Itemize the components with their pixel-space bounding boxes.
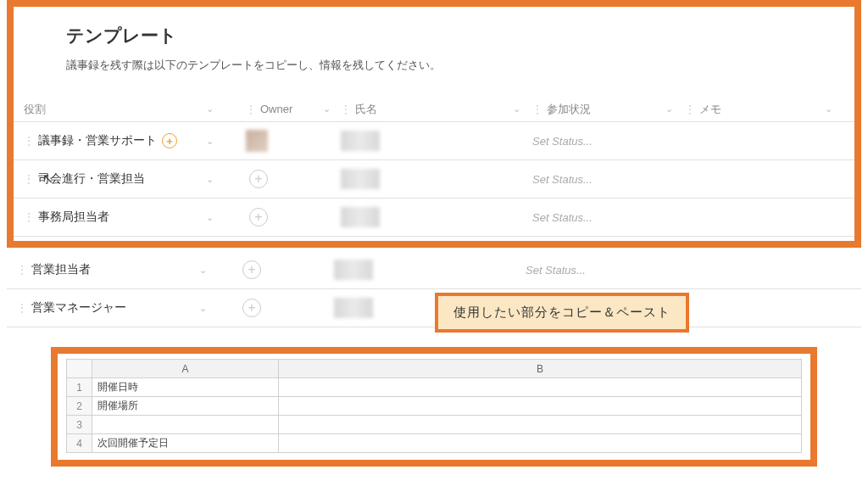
role-cell: 営業担当者 [31, 262, 91, 277]
row-number[interactable]: 2 [67, 397, 92, 416]
drag-handle-icon[interactable]: ⋮ [24, 173, 33, 185]
cell-b3[interactable] [279, 416, 802, 434]
column-header-name-label: 氏名 [355, 102, 377, 117]
header-area: テンプレート 議事録を残す際は以下のテンプレートをコピーし、情報を残してください… [14, 7, 854, 97]
status-cell[interactable]: Set Status... [532, 173, 593, 186]
name-cell[interactable] [341, 207, 380, 227]
role-cell: 司会進行・営業担当 [38, 171, 145, 187]
status-cell[interactable]: Set Status... [526, 264, 586, 277]
template-table-continuation: ⋮ 営業担当者 ⌄ + Set Status... ⋮ 営業マネージャー ⌄ + [7, 251, 861, 327]
role-cell: 議事録・営業サポート [38, 133, 157, 148]
column-header-role[interactable]: 役割 ⌄ [14, 102, 220, 117]
table-row[interactable]: ⋮ 司会進行・営業担当 ⌄ + Set Status... [14, 160, 854, 198]
name-cell[interactable] [341, 169, 380, 189]
add-owner-button[interactable]: + [242, 260, 261, 279]
name-cell[interactable] [341, 131, 380, 151]
table-header-row: 役割 ⌄ ⋮Owner ⌄ ⋮氏名 ⌄ ⋮参加状況 ⌄ ⋮メモ ⌄ [14, 97, 854, 122]
add-item-icon[interactable]: + [162, 133, 177, 148]
chevron-down-icon: ⌄ [206, 103, 214, 115]
template-section-frame: テンプレート 議事録を残す際は以下のテンプレートをコピーし、情報を残してください… [7, 0, 861, 248]
owner-avatar[interactable] [246, 130, 268, 152]
page-subtitle: 議事録を残す際は以下のテンプレートをコピーし、情報を残してください。 [66, 58, 802, 73]
chevron-down-icon: ⌄ [825, 103, 832, 115]
sheet-row[interactable]: 4 次回開催予定日 [67, 434, 802, 453]
column-header-memo-label: メモ [699, 102, 721, 117]
corner-cell[interactable] [67, 360, 92, 378]
template-table: 役割 ⌄ ⋮Owner ⌄ ⋮氏名 ⌄ ⋮参加状況 ⌄ ⋮メモ ⌄ [14, 97, 854, 237]
row-number[interactable]: 1 [67, 378, 92, 397]
cell-a3[interactable] [92, 416, 279, 434]
role-cell: 事務局担当者 [38, 210, 109, 225]
callout-text: 使用したい部分をコピー＆ペースト [453, 305, 670, 319]
cell-a4[interactable]: 次回開催予定日 [92, 434, 279, 453]
row-number[interactable]: 3 [67, 416, 92, 434]
column-header-owner[interactable]: ⋮Owner ⌄ [220, 103, 331, 115]
sheet-header-row: A B [67, 360, 802, 378]
add-owner-button[interactable]: + [242, 299, 261, 317]
spreadsheet-frame: A B 1 開催日時 2 開催場所 3 4 次回開催予定日 [51, 347, 817, 467]
table-row[interactable]: ⋮ 営業担当者 ⌄ + Set Status... [7, 251, 861, 289]
add-owner-button[interactable]: + [249, 170, 268, 188]
column-header-memo[interactable]: ⋮メモ ⌄ [673, 102, 854, 117]
drag-handle-icon: ⋮ [341, 103, 350, 115]
name-cell[interactable] [334, 298, 373, 318]
column-header-status[interactable]: ⋮参加状況 ⌄ [520, 102, 673, 117]
sheet-row[interactable]: 3 [67, 416, 802, 434]
table-row[interactable]: ⋮ 事務局担当者 ⌄ + Set Status... [14, 198, 854, 237]
chevron-down-icon[interactable]: ⌄ [199, 303, 207, 314]
cell-b1[interactable] [279, 378, 802, 397]
sheet-row[interactable]: 1 開催日時 [67, 378, 802, 397]
drag-handle-icon: ⋮ [685, 103, 694, 115]
spreadsheet[interactable]: A B 1 開催日時 2 開催場所 3 4 次回開催予定日 [66, 359, 802, 453]
cell-a1[interactable]: 開催日時 [92, 378, 279, 397]
drag-handle-icon: ⋮ [246, 103, 255, 115]
name-cell[interactable] [334, 260, 373, 280]
chevron-down-icon: ⌄ [665, 103, 673, 115]
drag-handle-icon[interactable]: ⋮ [24, 135, 33, 147]
cell-b4[interactable] [279, 434, 802, 453]
sheet-row[interactable]: 2 開催場所 [67, 397, 802, 416]
column-header-role-label: 役割 [24, 102, 46, 117]
drag-handle-icon[interactable]: ⋮ [24, 211, 33, 223]
page-title: テンプレート [66, 24, 802, 48]
status-cell[interactable]: Set Status... [532, 211, 593, 224]
chevron-down-icon[interactable]: ⌄ [199, 265, 207, 276]
column-header-status-label: 参加状況 [547, 102, 591, 117]
row-number[interactable]: 4 [67, 434, 92, 453]
chevron-down-icon[interactable]: ⌄ [206, 136, 214, 147]
copy-paste-callout: 使用したい部分をコピー＆ペースト [435, 293, 689, 333]
drag-handle-icon[interactable]: ⋮ [17, 264, 26, 276]
table-row[interactable]: ⋮ 営業マネージャー ⌄ + [7, 289, 861, 327]
chevron-down-icon[interactable]: ⌄ [206, 212, 214, 223]
chevron-down-icon[interactable]: ⌄ [206, 174, 214, 185]
status-cell[interactable]: Set Status... [532, 135, 593, 148]
add-owner-button[interactable]: + [249, 208, 268, 226]
column-header-owner-label: Owner [260, 103, 292, 115]
chevron-down-icon: ⌄ [323, 103, 331, 115]
cell-a2[interactable]: 開催場所 [92, 397, 279, 416]
column-header-name[interactable]: ⋮氏名 ⌄ [331, 102, 520, 117]
column-header-b[interactable]: B [279, 360, 802, 378]
cell-b2[interactable] [279, 397, 802, 416]
role-cell: 営業マネージャー [31, 300, 126, 316]
chevron-down-icon: ⌄ [513, 103, 520, 115]
cursor-icon: ↖ [42, 171, 53, 187]
column-header-a[interactable]: A [92, 360, 279, 378]
drag-handle-icon: ⋮ [532, 103, 542, 115]
table-row[interactable]: ⋮ 議事録・営業サポート + ⌄ Set Status... [14, 122, 854, 160]
drag-handle-icon[interactable]: ⋮ [17, 302, 26, 314]
